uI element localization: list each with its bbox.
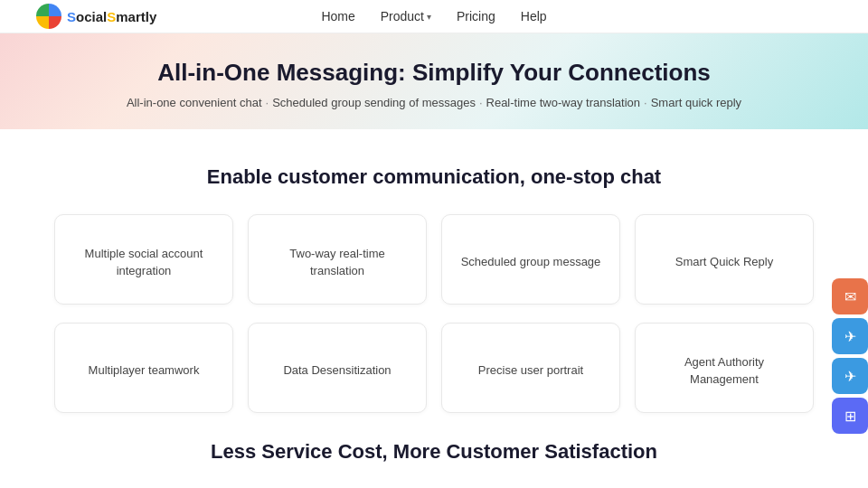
nav-links: Home Product ▾ Pricing Help bbox=[321, 9, 546, 23]
feature-label-desensitization: Data Desensitization bbox=[283, 361, 391, 380]
feature-label-authority: Agent Authority Management bbox=[650, 353, 798, 389]
feature-card-teamwork: Multiplayer teamwork bbox=[54, 323, 233, 413]
features-section-title: Enable customer communication, one-stop … bbox=[0, 165, 868, 189]
nav-product[interactable]: Product ▾ bbox=[381, 9, 431, 23]
less-service-title: Less Service Cost, More Customer Satisfa… bbox=[0, 440, 868, 464]
telegram-icon-2: ✈ bbox=[844, 368, 856, 385]
feature-card-authority: Agent Authority Management bbox=[635, 323, 814, 413]
logo[interactable]: SocialSmartly bbox=[36, 4, 156, 29]
chat-float-button[interactable]: ⊞ bbox=[832, 398, 868, 434]
logo-icon bbox=[36, 4, 61, 29]
feature-label-portrait: Precise user portrait bbox=[478, 361, 583, 380]
feature-grid-row2: Multiplayer teamwork Data Desensitizatio… bbox=[0, 323, 868, 413]
hero-banner: All-in-One Messaging: Simplify Your Conn… bbox=[0, 33, 868, 129]
feature-card-desensitization: Data Desensitization bbox=[248, 323, 427, 413]
telegram-float-button-2[interactable]: ✈ bbox=[832, 358, 868, 394]
feature-label-scheduled: Scheduled group message bbox=[461, 253, 601, 271]
feature-label-social: Multiple social account integration bbox=[70, 245, 218, 280]
chat-icon: ⊞ bbox=[844, 408, 856, 425]
feature-card-quick-reply: Smart Quick Reply bbox=[635, 214, 814, 305]
feature-card-scheduled: Scheduled group message bbox=[441, 214, 620, 305]
nav-pricing[interactable]: Pricing bbox=[457, 9, 495, 23]
feature-label-quick-reply: Smart Quick Reply bbox=[675, 253, 773, 271]
email-float-button[interactable]: ✉ bbox=[832, 278, 868, 314]
feature-label-translation: Two-way real-time translation bbox=[263, 245, 411, 280]
feature-card-social: Multiple social account integration bbox=[54, 214, 233, 305]
feature-label-teamwork: Multiplayer teamwork bbox=[89, 361, 200, 380]
telegram-float-button-1[interactable]: ✈ bbox=[832, 318, 868, 354]
telegram-icon-1: ✈ bbox=[844, 328, 856, 345]
feature-card-portrait: Precise user portrait bbox=[441, 323, 620, 413]
hero-subtitle: All-in-one convenient chat · Scheduled g… bbox=[18, 96, 850, 109]
nav-help[interactable]: Help bbox=[521, 9, 547, 23]
hero-title: All-in-One Messaging: Simplify Your Conn… bbox=[18, 59, 850, 87]
navbar: SocialSmartly Home Product ▾ Pricing Hel… bbox=[0, 0, 868, 33]
nav-home[interactable]: Home bbox=[321, 9, 354, 23]
chevron-down-icon: ▾ bbox=[427, 12, 431, 22]
email-icon: ✉ bbox=[844, 288, 856, 305]
feature-card-translation: Two-way real-time translation bbox=[248, 214, 427, 305]
logo-text: SocialSmartly bbox=[67, 9, 156, 24]
feature-grid-row1: Multiple social account integration Two-… bbox=[0, 214, 868, 305]
floating-buttons: ✉ ✈ ✈ ⊞ bbox=[832, 278, 868, 434]
